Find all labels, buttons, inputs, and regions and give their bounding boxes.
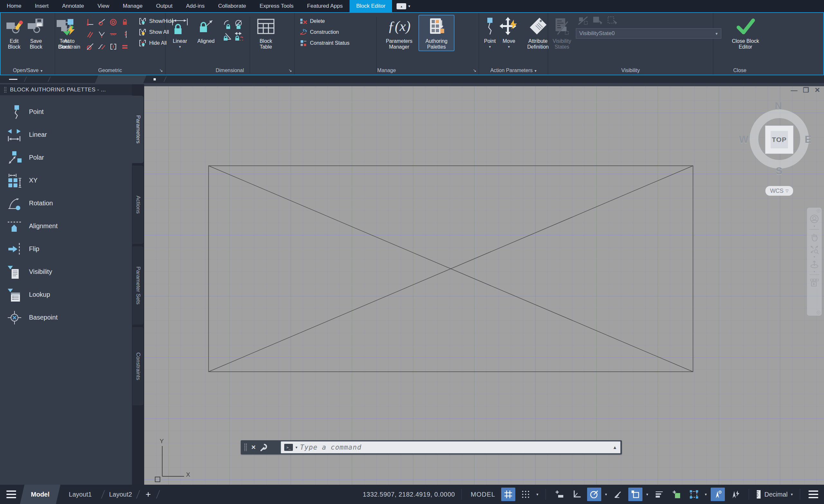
- viewcube-top-face[interactable]: TOP: [765, 125, 794, 154]
- chevron-down-icon[interactable]: ▾: [705, 492, 707, 497]
- visibility-state-select[interactable]: VisibilityState0 ▾: [576, 28, 721, 38]
- wcs-menu[interactable]: WCS ▽: [765, 186, 793, 196]
- menu-insert[interactable]: Insert: [28, 0, 56, 12]
- menu-add-ins[interactable]: Add-ins: [179, 0, 211, 12]
- navbar-close-icon[interactable]: [817, 209, 820, 213]
- save-block-button[interactable]: Save Block: [26, 15, 46, 51]
- drag-grip-icon[interactable]: [244, 443, 247, 451]
- command-prompt-icon[interactable]: >_: [284, 444, 293, 451]
- chevron-down-icon[interactable]: ▾: [508, 45, 510, 48]
- snap-mode-toggle[interactable]: [519, 488, 533, 501]
- parallel-constraint-icon[interactable]: [86, 30, 94, 39]
- chevron-down-icon[interactable]: ▾: [813, 256, 815, 258]
- chevron-down-icon[interactable]: ▾: [646, 492, 648, 497]
- diameter-constraint-icon[interactable]: [234, 20, 243, 30]
- make-visible-icon[interactable]: [578, 16, 589, 26]
- ribbon-collapse-icon[interactable]: ▴: [397, 3, 406, 9]
- object-snap-toggle[interactable]: [628, 488, 642, 501]
- authoring-palettes-button[interactable]: Authoring Palettes: [419, 15, 454, 51]
- layout-menu-icon[interactable]: [0, 485, 20, 504]
- concentric-constraint-icon[interactable]: [109, 18, 117, 27]
- tab-model[interactable]: Model: [20, 485, 61, 504]
- equal-constraint-icon[interactable]: [121, 43, 129, 52]
- palette-item-point[interactable]: Point: [0, 100, 132, 123]
- collinear-constraint-icon[interactable]: [109, 30, 117, 39]
- grid-display-toggle[interactable]: [501, 488, 515, 501]
- chevron-down-icon[interactable]: ▾: [408, 4, 410, 8]
- coincident-constraint-icon[interactable]: [86, 43, 94, 52]
- construction-geometry-button[interactable]: Construction: [300, 28, 372, 36]
- visibility-states-button[interactable]: Visibility States: [551, 15, 573, 51]
- geometric-expand-icon[interactable]: ↘: [159, 68, 163, 73]
- annotation-scale-toggle[interactable]: [670, 488, 684, 501]
- vertical-constraint-icon[interactable]: [98, 30, 106, 39]
- panel-title-action-parameters[interactable]: Action Parameters▾: [479, 68, 548, 73]
- customization-icon[interactable]: [807, 485, 820, 504]
- close-icon[interactable]: ✕: [251, 444, 256, 451]
- smooth-constraint-icon[interactable]: [98, 43, 106, 52]
- point-parameter-button[interactable]: Point ▾: [482, 15, 498, 49]
- command-bar-handle[interactable]: ✕: [241, 440, 281, 455]
- fix-constraint-icon[interactable]: [121, 18, 129, 27]
- panel-title-open-save[interactable]: Open/Save▾: [1, 68, 55, 73]
- tab-layout1[interactable]: Layout1: [61, 485, 100, 504]
- move-action-button[interactable]: Move ▾: [498, 15, 519, 49]
- angular-constraint-icon[interactable]: [223, 20, 232, 30]
- menu-featured-apps[interactable]: Featured Apps: [300, 0, 349, 12]
- close-icon[interactable]: ✕: [814, 86, 820, 94]
- manage-expand-icon[interactable]: ↘: [473, 68, 476, 73]
- active-drawing-tab[interactable]: [95, 75, 146, 83]
- lineweight-toggle[interactable]: [652, 488, 666, 501]
- menu-express-tools[interactable]: Express Tools: [253, 0, 301, 12]
- viewcube-south[interactable]: S: [776, 166, 783, 177]
- tangent-constraint-icon[interactable]: [98, 18, 106, 27]
- viewcube-west[interactable]: W: [739, 134, 748, 145]
- palette-title-bar[interactable]: BLOCK AUTHORING PALETTES - ...: [0, 84, 132, 95]
- visibility-mode-icon[interactable]: [607, 16, 618, 26]
- menu-annotate[interactable]: Annotate: [56, 0, 91, 12]
- chevron-down-icon[interactable]: ▾: [536, 492, 538, 497]
- tab-block-editor[interactable]: Block Editor: [349, 0, 392, 12]
- palette-item-polar[interactable]: Polar: [0, 146, 132, 169]
- new-layout-button[interactable]: +: [141, 489, 155, 500]
- showmotion-icon[interactable]: [810, 278, 819, 287]
- coordinates-readout[interactable]: 1332.5907, 2182.4919, 0.0000: [363, 491, 455, 498]
- close-block-editor-button[interactable]: Close Block Editor: [725, 15, 766, 51]
- zoom-extents-icon[interactable]: [810, 244, 819, 254]
- menu-manage[interactable]: Manage: [116, 0, 149, 12]
- chevron-down-icon[interactable]: ▾: [605, 492, 607, 497]
- model-space-indicator[interactable]: MODEL: [471, 491, 495, 498]
- viewcube-north[interactable]: N: [775, 100, 782, 112]
- isometric-drafting-toggle[interactable]: [611, 488, 625, 501]
- dimensional-expand-icon[interactable]: ↘: [288, 68, 292, 73]
- dynamic-input-toggle[interactable]: [552, 488, 566, 501]
- orbit-icon[interactable]: [810, 260, 819, 269]
- block-table-button[interactable]: Block Table: [254, 15, 277, 51]
- angle-constraint-icon[interactable]: [223, 31, 232, 42]
- palette-item-rotation[interactable]: Rotation: [0, 192, 132, 215]
- delete-constraints-button[interactable]: Delete: [300, 17, 372, 25]
- edit-block-button[interactable]: Edit Block: [4, 15, 24, 51]
- selection-cycling-toggle[interactable]: [687, 488, 701, 501]
- menu-view[interactable]: View: [91, 0, 116, 12]
- palette-tab-actions[interactable]: Actions: [132, 165, 144, 244]
- ortho-mode-toggle[interactable]: [570, 488, 584, 501]
- navigation-bar[interactable]: ▾ ▾ ▾: [807, 208, 822, 316]
- attribute-definition-button[interactable]: Attribute Definition: [526, 15, 550, 51]
- chevron-down-icon[interactable]: ▾: [489, 45, 491, 48]
- palette-tab-constraints[interactable]: Constraints: [132, 327, 144, 406]
- linear-dimension-button[interactable]: Linear ▾: [169, 15, 191, 49]
- steering-wheel-icon[interactable]: [810, 214, 819, 224]
- restore-icon[interactable]: ❐: [803, 86, 809, 94]
- chevron-down-icon[interactable]: ▾: [179, 45, 181, 48]
- tab-layout2[interactable]: Layout2: [106, 485, 135, 504]
- units-select[interactable]: Decimal ▾: [755, 490, 794, 499]
- minimize-icon[interactable]: —: [791, 86, 798, 94]
- command-input[interactable]: >_ ▾ Type a command ▲: [281, 441, 621, 453]
- constraint-status-button[interactable]: Constraint Status: [300, 38, 372, 47]
- customize-wrench-icon[interactable]: [260, 443, 268, 451]
- bracket-constraint-icon[interactable]: [109, 43, 117, 52]
- palette-item-linear[interactable]: Linear: [0, 123, 132, 146]
- viewcube-east[interactable]: E: [805, 134, 811, 145]
- menu-output[interactable]: Output: [149, 0, 179, 12]
